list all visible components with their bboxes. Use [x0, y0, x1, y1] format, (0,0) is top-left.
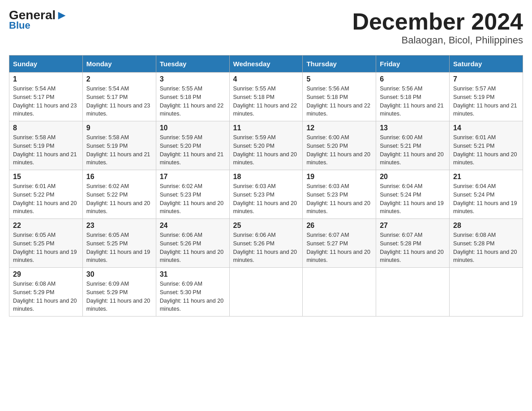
day-number: 3 — [160, 75, 226, 83]
day-info: Sunrise: 6:01 AMSunset: 5:22 PMDaylight:… — [13, 182, 79, 216]
day-info: Sunrise: 6:02 AMSunset: 5:23 PMDaylight:… — [160, 182, 226, 216]
calendar-cell: 18Sunrise: 6:03 AMSunset: 5:23 PMDayligh… — [229, 170, 303, 219]
calendar-cell: 4Sunrise: 5:55 AMSunset: 5:18 PMDaylight… — [229, 73, 303, 121]
calendar-cell: 1Sunrise: 5:54 AMSunset: 5:17 PMDaylight… — [9, 73, 83, 121]
day-number: 28 — [453, 222, 519, 230]
day-info: Sunrise: 6:05 AMSunset: 5:25 PMDaylight:… — [13, 231, 79, 265]
day-info: Sunrise: 6:01 AMSunset: 5:21 PMDaylight:… — [453, 133, 519, 167]
day-number: 15 — [13, 173, 79, 181]
day-number: 27 — [380, 222, 446, 230]
day-number: 26 — [306, 222, 372, 230]
day-info: Sunrise: 6:09 AMSunset: 5:30 PMDaylight:… — [160, 280, 226, 313]
col-header-tuesday: Tuesday — [156, 56, 229, 73]
col-header-monday: Monday — [82, 56, 156, 73]
calendar-cell: 22Sunrise: 6:05 AMSunset: 5:25 PMDayligh… — [9, 219, 83, 268]
day-info: Sunrise: 6:04 AMSunset: 5:24 PMDaylight:… — [453, 182, 519, 216]
day-info: Sunrise: 5:56 AMSunset: 5:18 PMDaylight:… — [306, 85, 372, 118]
day-info: Sunrise: 6:00 AMSunset: 5:20 PMDaylight:… — [306, 133, 372, 167]
day-info: Sunrise: 5:59 AMSunset: 5:20 PMDaylight:… — [160, 133, 226, 167]
calendar-cell: 11Sunrise: 5:59 AMSunset: 5:20 PMDayligh… — [229, 121, 303, 170]
week-row-3: 15Sunrise: 6:01 AMSunset: 5:22 PMDayligh… — [9, 170, 523, 219]
page-subtitle: Balaogan, Bicol, Philippines — [352, 34, 523, 46]
header-row: SundayMondayTuesdayWednesdayThursdayFrid… — [9, 56, 523, 73]
week-row-4: 22Sunrise: 6:05 AMSunset: 5:25 PMDayligh… — [9, 219, 523, 268]
day-number: 31 — [160, 270, 226, 278]
day-number: 18 — [233, 173, 299, 181]
title-block: December 2024 Balaogan, Bicol, Philippin… — [352, 9, 523, 46]
calendar-cell: 15Sunrise: 6:01 AMSunset: 5:22 PMDayligh… — [9, 170, 83, 219]
day-number: 20 — [380, 173, 446, 181]
logo: General► Blue — [9, 9, 68, 31]
day-number: 10 — [160, 124, 226, 132]
calendar-cell: 23Sunrise: 6:05 AMSunset: 5:25 PMDayligh… — [82, 219, 156, 268]
day-number: 5 — [306, 75, 372, 83]
calendar-header: SundayMondayTuesdayWednesdayThursdayFrid… — [9, 56, 523, 73]
day-info: Sunrise: 6:05 AMSunset: 5:25 PMDaylight:… — [86, 231, 152, 265]
day-number: 4 — [233, 75, 299, 83]
col-header-friday: Friday — [376, 56, 450, 73]
col-header-wednesday: Wednesday — [229, 56, 303, 73]
day-info: Sunrise: 6:09 AMSunset: 5:29 PMDaylight:… — [86, 280, 152, 313]
day-number: 29 — [13, 270, 79, 278]
calendar-cell: 13Sunrise: 6:00 AMSunset: 5:21 PMDayligh… — [376, 121, 450, 170]
day-number: 6 — [380, 75, 446, 83]
calendar-cell — [229, 268, 303, 317]
calendar-cell: 30Sunrise: 6:09 AMSunset: 5:29 PMDayligh… — [82, 268, 156, 317]
day-info: Sunrise: 5:54 AMSunset: 5:17 PMDaylight:… — [86, 85, 152, 118]
day-info: Sunrise: 5:55 AMSunset: 5:18 PMDaylight:… — [233, 85, 299, 118]
week-row-1: 1Sunrise: 5:54 AMSunset: 5:17 PMDaylight… — [9, 73, 523, 121]
calendar-cell: 5Sunrise: 5:56 AMSunset: 5:18 PMDaylight… — [303, 73, 376, 121]
calendar-cell: 14Sunrise: 6:01 AMSunset: 5:21 PMDayligh… — [450, 121, 523, 170]
day-number: 14 — [453, 124, 519, 132]
logo-blue: Blue — [9, 20, 30, 31]
day-info: Sunrise: 5:58 AMSunset: 5:19 PMDaylight:… — [13, 133, 79, 167]
calendar-cell: 3Sunrise: 5:55 AMSunset: 5:18 PMDaylight… — [156, 73, 229, 121]
logo-general-accent: ► — [56, 8, 68, 22]
col-header-sunday: Sunday — [9, 56, 83, 73]
day-info: Sunrise: 6:06 AMSunset: 5:26 PMDaylight:… — [160, 231, 226, 265]
calendar-cell: 25Sunrise: 6:06 AMSunset: 5:26 PMDayligh… — [229, 219, 303, 268]
calendar-cell: 29Sunrise: 6:08 AMSunset: 5:29 PMDayligh… — [9, 268, 83, 317]
day-number: 17 — [160, 173, 226, 181]
day-info: Sunrise: 5:56 AMSunset: 5:18 PMDaylight:… — [380, 85, 446, 118]
day-number: 23 — [86, 222, 152, 230]
calendar-cell: 27Sunrise: 6:07 AMSunset: 5:28 PMDayligh… — [376, 219, 450, 268]
page-title: December 2024 — [352, 9, 523, 34]
calendar-cell: 17Sunrise: 6:02 AMSunset: 5:23 PMDayligh… — [156, 170, 229, 219]
col-header-thursday: Thursday — [303, 56, 376, 73]
calendar-cell: 20Sunrise: 6:04 AMSunset: 5:24 PMDayligh… — [376, 170, 450, 219]
calendar-cell: 9Sunrise: 5:58 AMSunset: 5:19 PMDaylight… — [82, 121, 156, 170]
calendar-table: SundayMondayTuesdayWednesdayThursdayFrid… — [9, 55, 523, 317]
day-number: 9 — [86, 124, 152, 132]
calendar-cell: 12Sunrise: 6:00 AMSunset: 5:20 PMDayligh… — [303, 121, 376, 170]
calendar-cell: 7Sunrise: 5:57 AMSunset: 5:19 PMDaylight… — [450, 73, 523, 121]
calendar-cell: 28Sunrise: 6:08 AMSunset: 5:28 PMDayligh… — [450, 219, 523, 268]
day-number: 7 — [453, 75, 519, 83]
calendar-cell — [376, 268, 450, 317]
calendar-body: 1Sunrise: 5:54 AMSunset: 5:17 PMDaylight… — [9, 73, 523, 317]
calendar-cell: 6Sunrise: 5:56 AMSunset: 5:18 PMDaylight… — [376, 73, 450, 121]
day-info: Sunrise: 6:06 AMSunset: 5:26 PMDaylight:… — [233, 231, 299, 265]
day-info: Sunrise: 6:07 AMSunset: 5:28 PMDaylight:… — [380, 231, 446, 265]
day-info: Sunrise: 5:58 AMSunset: 5:19 PMDaylight:… — [86, 133, 152, 167]
day-info: Sunrise: 5:57 AMSunset: 5:19 PMDaylight:… — [453, 85, 519, 118]
day-number: 24 — [160, 222, 226, 230]
day-number: 19 — [306, 173, 372, 181]
calendar-cell: 31Sunrise: 6:09 AMSunset: 5:30 PMDayligh… — [156, 268, 229, 317]
calendar-cell — [450, 268, 523, 317]
day-number: 25 — [233, 222, 299, 230]
calendar-cell: 16Sunrise: 6:02 AMSunset: 5:22 PMDayligh… — [82, 170, 156, 219]
calendar-cell — [303, 268, 376, 317]
calendar-cell: 24Sunrise: 6:06 AMSunset: 5:26 PMDayligh… — [156, 219, 229, 268]
calendar-cell: 2Sunrise: 5:54 AMSunset: 5:17 PMDaylight… — [82, 73, 156, 121]
day-info: Sunrise: 6:00 AMSunset: 5:21 PMDaylight:… — [380, 133, 446, 167]
day-info: Sunrise: 6:03 AMSunset: 5:23 PMDaylight:… — [306, 182, 372, 216]
day-info: Sunrise: 6:02 AMSunset: 5:22 PMDaylight:… — [86, 182, 152, 216]
day-number: 2 — [86, 75, 152, 83]
day-number: 8 — [13, 124, 79, 132]
day-info: Sunrise: 5:55 AMSunset: 5:18 PMDaylight:… — [160, 85, 226, 118]
calendar-cell: 21Sunrise: 6:04 AMSunset: 5:24 PMDayligh… — [450, 170, 523, 219]
day-number: 30 — [86, 270, 152, 278]
week-row-5: 29Sunrise: 6:08 AMSunset: 5:29 PMDayligh… — [9, 268, 523, 317]
day-info: Sunrise: 6:08 AMSunset: 5:29 PMDaylight:… — [13, 280, 79, 313]
